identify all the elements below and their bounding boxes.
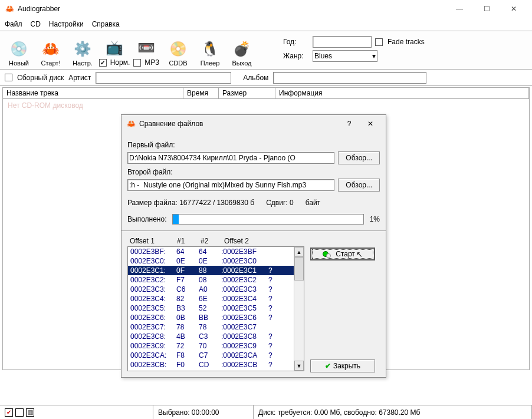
- exit-icon: 💣: [232, 39, 251, 58]
- hex-list[interactable]: 0002E3BF:6464:0002E3BF0002E3C0:0E0E:0002…: [127, 246, 304, 371]
- genre-label: Жанр:: [283, 52, 309, 60]
- window-title: Audiograbber: [18, 5, 446, 13]
- toolbar-settings[interactable]: ⚙️Настр.: [68, 39, 97, 67]
- scroll-thumb[interactable]: [294, 257, 304, 281]
- penguin-icon: 🐧: [201, 39, 219, 58]
- artist-label: Артист: [68, 74, 91, 82]
- status-bar: ✔ ▥ Выбрано: 00:00:00 Диск: требуется: 0…: [0, 405, 532, 419]
- sbornik-checkbox[interactable]: [5, 74, 12, 81]
- hex-row[interactable]: 0002E3C2:F708:0002E3C2?: [128, 275, 304, 285]
- status-disk: Диск: требуется: 0.00 Мб, свободно: 6738…: [254, 405, 532, 419]
- col-time[interactable]: Время: [183, 88, 219, 98]
- check-icon: ✔: [325, 362, 331, 370]
- second-file-label: Второй файл:: [127, 168, 380, 176]
- hex-scrollbar[interactable]: ▲ ▼: [294, 247, 304, 371]
- done-label: Выполнено:: [127, 215, 166, 223]
- hex-row[interactable]: 0002E3C3:C6A0:0002E3C3?: [128, 285, 304, 294]
- hex-row[interactable]: 0002E3C0:0E0E:0002E3C0: [128, 256, 304, 266]
- shift-label: Сдвиг: 0: [266, 199, 293, 207]
- play-icon: [323, 250, 333, 258]
- disc-icon: 💿: [9, 39, 28, 58]
- genre-combo[interactable]: Blues▾: [313, 50, 377, 62]
- second-browse-button[interactable]: Обзор...: [338, 179, 380, 192]
- album-label: Альбом: [243, 74, 268, 82]
- scroll-up-icon[interactable]: ▲: [294, 247, 304, 257]
- album-input[interactable]: [273, 72, 426, 84]
- gear-icon: ⚙️: [73, 39, 92, 58]
- dialog-title: Сравнение файлов: [139, 120, 339, 128]
- start-button[interactable]: Старт ↖: [310, 248, 375, 260]
- dialog-titlebar: 🦀 Сравнение файлов ? ✕: [121, 115, 386, 133]
- hex-row[interactable]: 0002E3C7:7878:0002E3C7: [128, 322, 304, 332]
- menu-settings[interactable]: Настройки: [49, 20, 84, 28]
- hex-row[interactable]: 0002E3C9:7270:0002E3C9?: [128, 341, 304, 351]
- first-file-input[interactable]: [127, 152, 334, 164]
- hex-row[interactable]: 0002E3C1:0F88:0002E3C1?: [128, 266, 304, 275]
- hex-row[interactable]: 0002E3CA:F8C7:0002E3CA?: [128, 351, 304, 360]
- norm-checkbox[interactable]: ✔: [99, 59, 107, 67]
- cursor-icon: ↖: [356, 250, 363, 259]
- dialog-help-button[interactable]: ?: [339, 120, 360, 128]
- fade-checkbox[interactable]: [375, 38, 383, 46]
- status-bars-icon[interactable]: ▥: [26, 408, 34, 417]
- maximize-button[interactable]: ☐: [473, 0, 500, 18]
- col-info[interactable]: Информация: [275, 88, 529, 98]
- hex-row[interactable]: 0002E3C6:0BBB:0002E3C6?: [128, 313, 304, 322]
- hex-row[interactable]: 0002E3CB:F0CD:0002E3CB?: [128, 360, 304, 369]
- menu-bar: Файл CD Настройки Справка: [0, 18, 532, 31]
- menu-cd[interactable]: CD: [31, 20, 41, 28]
- col-size[interactable]: Размер: [219, 88, 275, 98]
- chevron-down-icon: ▾: [372, 52, 376, 60]
- dialog-close-action-button[interactable]: ✔ Закрыть: [310, 359, 375, 372]
- toolbar-new[interactable]: 💿Новый: [5, 39, 33, 67]
- second-file-input[interactable]: [127, 179, 334, 191]
- first-browse-button[interactable]: Обзор...: [338, 151, 380, 164]
- dialog-close-button[interactable]: ✕: [360, 120, 381, 128]
- year-input[interactable]: [313, 36, 372, 48]
- filter-row: Сборный диск Артист Альбом: [0, 70, 532, 86]
- window-titlebar: 🦀 Audiograbber — ☐ ✕: [0, 0, 532, 18]
- status-selected: Выбрано: 00:00:00: [153, 405, 254, 419]
- menu-file[interactable]: Файл: [5, 20, 22, 28]
- progress-percent: 1%: [370, 215, 380, 223]
- close-button[interactable]: ✕: [500, 0, 527, 18]
- year-label: Год:: [283, 38, 309, 46]
- status-icons: ✔ ▥: [0, 405, 153, 419]
- first-file-label: Первый файл:: [127, 141, 380, 149]
- mp3-icon: 📼: [137, 38, 156, 57]
- hex-headers: Offset 1 #1 #2 Offset 2: [127, 237, 304, 246]
- hex-row[interactable]: 0002E3BF:6464:0002E3BF: [128, 247, 304, 256]
- toolbar-player[interactable]: 🐧Плеер: [196, 39, 224, 67]
- filesize-label: Размер файла: 16777422 / 13069830 б: [127, 199, 254, 207]
- toolbar-norm[interactable]: 📺✔Норм.: [100, 38, 129, 67]
- hex-row[interactable]: 0002E3C4:826E:0002E3C4?: [128, 294, 304, 303]
- sbornik-option[interactable]: Сборный диск: [5, 74, 64, 82]
- hex-row[interactable]: 0002E3C5:B352:0002E3C5?: [128, 303, 304, 313]
- minimize-button[interactable]: —: [446, 0, 473, 18]
- toolbar: 💿Новый 🦀Старт! ⚙️Настр. 📺✔Норм. 📼MP3 📀CD…: [0, 31, 532, 70]
- bytes-label: байт: [306, 199, 320, 207]
- fade-tracks-option[interactable]: Fade tracks: [375, 38, 446, 46]
- start-icon: 🦀: [41, 39, 60, 58]
- toolbar-start[interactable]: 🦀Старт!: [37, 39, 65, 67]
- scroll-down-icon[interactable]: ▼: [294, 361, 304, 371]
- col-name[interactable]: Название трека: [3, 88, 183, 98]
- dialog-icon: 🦀: [126, 119, 136, 128]
- mp3-checkbox[interactable]: [133, 59, 141, 67]
- no-drive-text: Нет CD-ROM дисковод: [3, 99, 529, 112]
- cddb-icon: 📀: [169, 39, 188, 58]
- toolbar-cddb[interactable]: 📀CDDB: [164, 39, 192, 67]
- monitor-icon: 📺: [105, 38, 124, 57]
- app-icon: 🦀: [5, 4, 14, 14]
- compare-dialog: 🦀 Сравнение файлов ? ✕ Первый файл: Обзо…: [121, 114, 386, 378]
- track-list-header: Название трека Время Размер Информация: [2, 87, 530, 99]
- artist-input[interactable]: [96, 72, 231, 84]
- menu-help[interactable]: Справка: [92, 20, 120, 28]
- status-box-icon[interactable]: [15, 408, 24, 417]
- hex-row[interactable]: 0002E3C8:4BC3:0002E3C8?: [128, 332, 304, 341]
- toolbar-mp3[interactable]: 📼MP3: [132, 38, 160, 67]
- toolbar-exit[interactable]: 💣Выход: [228, 39, 256, 67]
- progress-bar: [172, 214, 363, 225]
- status-check-icon[interactable]: ✔: [5, 408, 13, 417]
